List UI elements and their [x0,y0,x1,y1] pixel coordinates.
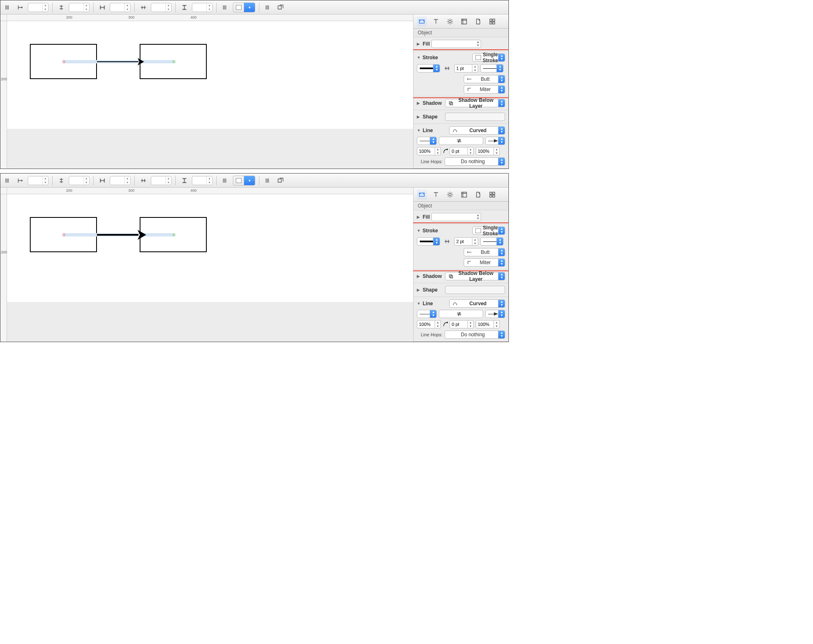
line-style-popup[interactable]: Curved▲▼ [449,299,505,308]
canvas-inspector-tab[interactable] [459,190,469,200]
line-tail-scale-value[interactable] [417,320,435,328]
spacing-input[interactable]: ▲▼ [151,3,172,12]
gear-tab[interactable] [445,17,455,27]
line-head-scale[interactable]: ▲▼ [476,320,500,328]
disclosure-triangle-icon[interactable]: ▶ [417,288,421,292]
fill-popup[interactable]: ▲▼ [431,213,481,221]
connection-line[interactable] [97,234,138,236]
spacing-value[interactable] [28,178,42,183]
stroke-position-button[interactable] [442,237,452,246]
stroke-cap-popup[interactable]: Butt▲▼ [464,248,505,256]
spacing-input[interactable]: ▲▼ [192,176,213,185]
line-tail-scale-value[interactable] [417,147,435,155]
align-left-button[interactable] [15,176,25,185]
stroke-weight-input[interactable]: ▲▼ [454,237,478,246]
disclosure-triangle-icon[interactable]: ▶ [417,115,421,119]
canvas[interactable] [7,21,413,129]
stroke-weight-input[interactable]: ▲▼ [454,64,478,72]
line-tail-popup[interactable]: ▲▼ [417,137,437,145]
spacing-input[interactable]: ▲▼ [151,176,172,185]
disclosure-triangle-icon[interactable]: ▼ [417,301,421,306]
line-head-popup[interactable]: ▲▼ [485,310,505,318]
spacing-value[interactable] [110,178,124,183]
stroke-position-button[interactable] [442,64,452,73]
line-head-scale[interactable]: ▲▼ [476,147,500,155]
object-inspector-tab[interactable] [417,190,427,200]
shape-popup[interactable] [445,113,505,121]
fill-popup[interactable]: ▲▼ [431,40,481,48]
disclosure-triangle-icon[interactable]: ▶ [417,101,421,105]
stroke-cap-popup[interactable]: Butt▲▼ [464,75,505,83]
disclosure-triangle-icon[interactable]: ▼ [417,55,421,60]
line-head-popup[interactable]: ▲▼ [485,137,505,145]
line-swap-button[interactable] [439,310,483,318]
stroke-weight-input-value[interactable] [454,237,472,246]
distribute-v-button[interactable] [179,3,189,12]
color-target-segmented[interactable]: ▾ [233,176,255,186]
align-hcenter-button[interactable] [138,176,148,185]
shadow-popup[interactable]: Shadow Below Layer▲▼ [445,99,505,107]
spacing-input[interactable]: ▲▼ [110,176,131,185]
group-button[interactable] [276,3,286,12]
stroke-join-popup[interactable]: Miter▲▼ [464,258,505,267]
distribute-h-button[interactable] [97,3,107,12]
align-left-button[interactable] [15,3,25,12]
gear-tab[interactable] [445,190,455,200]
text-inspector-tab[interactable] [431,190,441,200]
line-tail-popup[interactable]: ▲▼ [417,310,437,318]
line-hops-popup[interactable]: Do nothing▲▼ [445,157,505,166]
line-tail-scale[interactable]: ▲▼ [417,320,441,328]
spacing-value[interactable] [151,5,165,10]
line-head-scale-value[interactable] [476,320,494,328]
object-inspector-tab[interactable] [417,17,427,27]
line-corner-radius[interactable]: ▲▼ [450,147,474,155]
grid-inspector-tab[interactable] [487,190,497,200]
text-inspector-tab[interactable] [431,17,441,27]
spacing-value[interactable] [192,5,206,10]
line-corner-radius-value[interactable] [450,320,468,328]
line-hops-popup[interactable]: Do nothing▲▼ [445,330,505,339]
disclosure-triangle-icon[interactable]: ▼ [417,229,421,233]
spacing-input[interactable]: ▲▼ [69,3,90,12]
grip-button[interactable] [3,176,13,185]
line-corner-radius[interactable]: ▲▼ [450,320,474,328]
disclosure-triangle-icon[interactable]: ▶ [417,274,421,278]
spacing-input[interactable]: ▲▼ [28,176,48,185]
spacing-input[interactable]: ▲▼ [28,3,48,12]
line-head-scale-value[interactable] [476,147,494,155]
shadow-popup[interactable]: Shadow Below Layer▲▼ [445,272,505,280]
line-corner-radius-value[interactable] [450,147,468,155]
stroke-color-popup[interactable]: ▲▼ [417,237,440,246]
stroke-weight-input-value[interactable] [454,64,472,72]
spacing-input[interactable]: ▲▼ [110,3,131,12]
line-head-handle[interactable] [173,234,175,236]
disclosure-triangle-icon[interactable]: ▼ [417,128,421,133]
group-button[interactable] [276,176,286,185]
align-hcenter-button[interactable] [138,3,148,12]
line-swap-button[interactable] [439,137,483,145]
grid-inspector-tab[interactable] [487,17,497,27]
spacing-input[interactable]: ▲▼ [192,3,213,12]
line-tail-scale[interactable]: ▲▼ [417,147,441,155]
document-inspector-tab[interactable] [473,190,483,200]
spacing-value[interactable] [28,5,42,10]
spacing-value[interactable] [69,178,83,183]
canvas[interactable] [7,194,413,302]
shape-popup[interactable] [445,286,505,294]
stroke-type-popup[interactable]: Single Stroke▲▼ [472,227,505,235]
disclosure-triangle-icon[interactable]: ▶ [417,42,421,46]
document-inspector-tab[interactable] [473,17,483,27]
spacing-value[interactable] [192,178,206,183]
connection-line[interactable] [97,61,138,62]
grip-button[interactable] [3,3,13,12]
stroke-join-popup[interactable]: Miter▲▼ [464,85,505,94]
line-tail-handle[interactable] [63,60,65,63]
spacing-value[interactable] [69,5,83,10]
color-target-segmented[interactable]: ▾ [233,2,255,12]
fill-swatch-cell[interactable] [233,176,244,185]
stroke-color-popup[interactable]: ▲▼ [417,64,440,72]
line-tail-handle[interactable] [63,234,65,236]
line-style-popup[interactable]: Curved▲▼ [449,126,505,135]
disclosure-triangle-icon[interactable]: ▶ [417,215,421,219]
distribute-h-button[interactable] [97,176,107,185]
